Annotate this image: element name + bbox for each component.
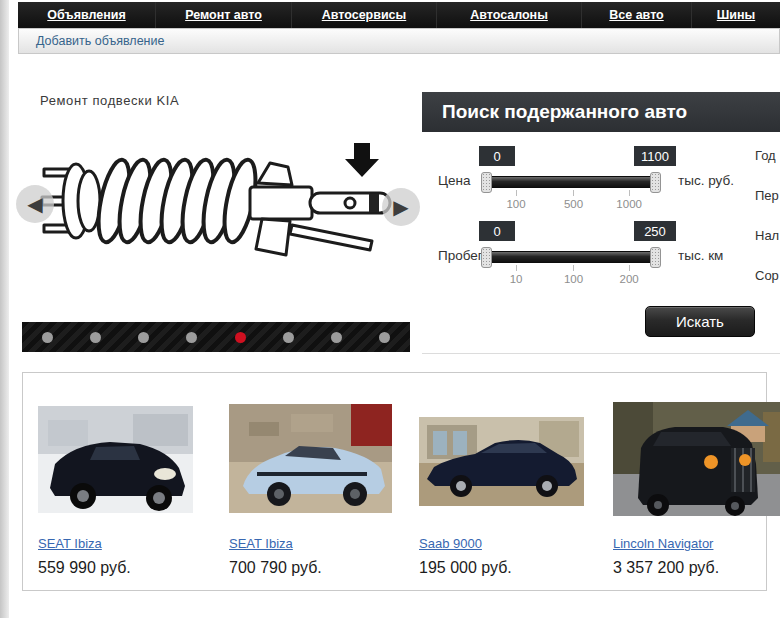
price-max-value: 1100 <box>634 146 676 166</box>
listing-photo-saab-9000[interactable] <box>419 417 584 506</box>
listing-photo-seat-ibiza-blue[interactable] <box>229 404 392 513</box>
sub-nav: Добавить объявление <box>18 28 780 54</box>
featured-listings: SEAT Ibiza 559 990 руб. SEAT Ibiza 700 7… <box>22 372 767 591</box>
carousel-next-button[interactable]: ▶ <box>382 188 420 226</box>
mileage-slider-ticks: 10 100 200 <box>483 265 657 289</box>
carousel-dot[interactable] <box>331 332 342 343</box>
search-panel-body: 0 1100 Цена тыс. руб. 100 500 1000 0 250… <box>422 132 780 354</box>
mileage-min-value: 0 <box>479 221 515 241</box>
carousel-dot[interactable] <box>186 332 197 343</box>
tick-mark <box>516 190 517 196</box>
nav-item-car-repair[interactable]: Ремонт авто <box>155 2 291 28</box>
carousel-slide-title: Ремонт подвески KIA <box>40 93 179 108</box>
tick-mark <box>516 265 517 271</box>
main-nav: Объявления Ремонт авто Автосервисы Автос… <box>18 2 780 29</box>
search-submit-button[interactable]: Искать <box>645 306 755 337</box>
promo-carousel: Ремонт подвески KIA <box>22 85 410 352</box>
listing-card: Saab 9000 195 000 руб. <box>419 373 584 590</box>
mileage-range-slider[interactable] <box>483 251 659 263</box>
price-min-value: 0 <box>479 146 515 166</box>
chevron-right-icon: ▶ <box>393 195 408 219</box>
price-tick-label: 500 <box>564 198 583 210</box>
used-car-search-panel: Поиск подержанного авто 0 1100 Цена тыс.… <box>422 92 780 354</box>
price-tick-label: 1000 <box>616 198 642 210</box>
listing-photo-seat-ibiza-dark[interactable] <box>38 406 193 513</box>
nav-item-car-dealers[interactable]: Автосалоны <box>436 2 581 28</box>
sort-filter-label: Сор <box>755 268 779 283</box>
mileage-max-value: 250 <box>634 221 676 241</box>
listing-title-link[interactable]: SEAT Ibiza <box>229 536 293 551</box>
chevron-left-icon: ◀ <box>27 192 42 216</box>
tick-mark <box>629 265 630 271</box>
carousel-dot[interactable] <box>283 332 294 343</box>
tick-mark <box>629 190 630 196</box>
mileage-unit-label: тыс. км <box>678 248 723 263</box>
listing-photo-lincoln-navigator[interactable] <box>613 402 780 516</box>
mileage-tick-label: 200 <box>620 273 639 285</box>
nav-item-tires[interactable]: Шины <box>691 2 780 28</box>
add-listing-link[interactable]: Добавить объявление <box>36 34 164 48</box>
carousel-slide[interactable] <box>34 137 406 269</box>
price-range-slider[interactable] <box>483 176 659 188</box>
listing-price: 700 790 руб. <box>229 559 322 577</box>
mileage-tick-label: 10 <box>510 273 523 285</box>
price-slider-ticks: 100 500 1000 <box>483 190 657 214</box>
availability-filter-label: Нал <box>755 228 779 243</box>
mileage-tick-label: 100 <box>564 273 583 285</box>
carousel-dot-active[interactable] <box>235 332 246 343</box>
transmission-filter-label: Пер <box>755 188 779 203</box>
carousel-prev-button[interactable]: ◀ <box>16 185 54 223</box>
listing-title-link[interactable]: Lincoln Navigator <box>613 536 713 551</box>
listing-price: 195 000 руб. <box>419 559 512 577</box>
nav-item-car-services[interactable]: Автосервисы <box>291 2 436 28</box>
mileage-label: Пробег <box>438 248 483 263</box>
window-edge <box>0 0 9 618</box>
carousel-dot[interactable] <box>42 332 53 343</box>
carousel-dot[interactable] <box>379 332 390 343</box>
listing-card: Lincoln Navigator 3 357 200 руб. <box>613 373 780 590</box>
search-panel-title: Поиск подержанного авто <box>422 92 780 132</box>
carousel-dot[interactable] <box>90 332 101 343</box>
listing-price: 3 357 200 руб. <box>613 559 719 577</box>
year-filter-label: Год <box>755 148 776 163</box>
price-unit-label: тыс. руб. <box>678 173 734 188</box>
nav-item-all-cars[interactable]: Все авто <box>581 2 691 28</box>
listing-card: SEAT Ibiza 700 790 руб. <box>229 373 392 590</box>
listing-title-link[interactable]: SEAT Ibiza <box>38 536 102 551</box>
suspension-strut-drawing <box>34 137 406 272</box>
listing-card: SEAT Ibiza 559 990 руб. <box>38 373 193 590</box>
listing-title-link[interactable]: Saab 9000 <box>419 536 482 551</box>
tick-mark <box>573 265 574 271</box>
nav-item-ads[interactable]: Объявления <box>18 2 155 28</box>
price-tick-label: 100 <box>506 198 525 210</box>
carousel-dot[interactable] <box>138 332 149 343</box>
carousel-pagination <box>22 322 410 352</box>
tick-mark <box>573 190 574 196</box>
listing-price: 559 990 руб. <box>38 559 131 577</box>
price-label: Цена <box>438 173 470 188</box>
